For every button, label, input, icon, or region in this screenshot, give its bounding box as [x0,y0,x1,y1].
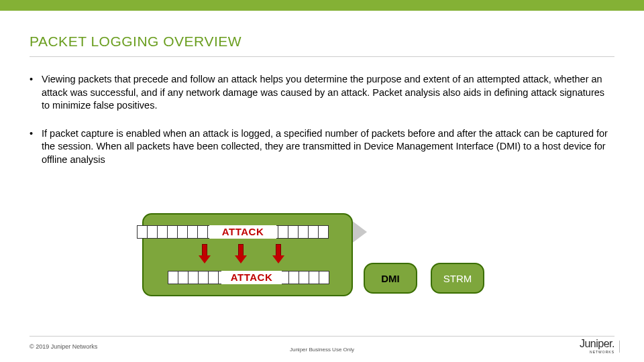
attack-label-top: ATTACK [209,225,276,239]
packet-diagram: ATTACK ATTACK DMI STRM [142,213,491,314]
strm-label: STRM [443,273,472,284]
title-divider [30,56,614,57]
down-arrow-icon [236,244,246,264]
bullet-item: If packet capture is enabled when an att… [30,127,614,167]
bullet-list: Viewing packets that precede and follow … [30,73,614,166]
slide-content: PACKET LOGGING OVERVIEW Viewing packets … [0,11,644,166]
dmi-box: DMI [364,263,417,294]
top-accent-bar [0,0,644,11]
dmi-label: DMI [381,273,400,284]
juniper-logo: Juniper. NETWORKS [580,338,614,354]
down-arrow-icon [200,244,209,264]
logo-subtext: NETWORKS [580,350,614,354]
logo-divider [619,341,620,353]
strm-box: STRM [431,263,484,294]
logo-text: Juniper [580,338,612,349]
slide-title: PACKET LOGGING OVERVIEW [30,34,614,55]
business-use-label: Juniper Business Use Only [0,347,644,353]
footer-divider [30,336,614,337]
down-arrow-icon [274,244,283,264]
attack-label-bottom: ATTACK [221,271,282,284]
bullet-item: Viewing packets that precede and follow … [30,73,614,113]
